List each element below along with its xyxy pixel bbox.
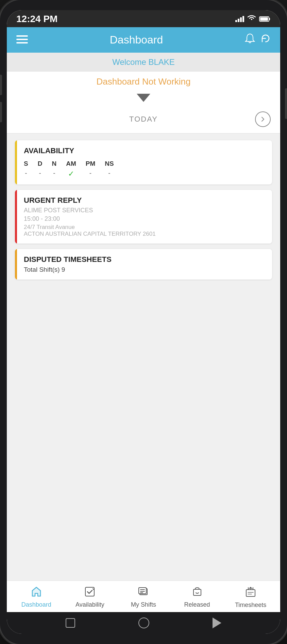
android-home-button[interactable]	[138, 618, 149, 628]
avail-header-n: N	[52, 160, 56, 167]
availability-grid: S - D - N - AM ✓	[24, 160, 265, 178]
avail-col-n: N -	[52, 160, 56, 178]
myshifts-nav-label: My Shifts	[131, 601, 156, 608]
collapse-arrow-icon[interactable]	[137, 94, 150, 102]
nav-item-availability[interactable]: Availability	[73, 586, 107, 608]
disputed-timesheets-title: DISPUTED TIMESHEETS	[24, 255, 265, 264]
battery-icon	[259, 16, 271, 22]
svg-rect-1	[269, 18, 270, 20]
avail-col-d: D -	[38, 160, 43, 178]
nav-item-timesheets[interactable]: Timesheets	[234, 586, 268, 609]
svg-rect-4	[16, 39, 28, 40]
status-bar: 12:24 PM	[7, 10, 280, 27]
urgent-reply-body: URGENT REPLY ALIME POST SERVICES 15:00 -…	[17, 190, 272, 244]
avail-col-s: S -	[24, 160, 28, 178]
header-title: Dashboard	[110, 34, 163, 46]
urgent-reply-card[interactable]: URGENT REPLY ALIME POST SERVICES 15:00 -…	[15, 190, 272, 244]
nav-item-released[interactable]: Released	[180, 586, 214, 608]
status-time: 12:24 PM	[16, 14, 57, 24]
avail-col-am: AM ✓	[66, 160, 76, 178]
date-nav-container: TODAY	[7, 92, 280, 133]
avail-val-s: -	[25, 169, 27, 177]
android-back-button[interactable]	[213, 618, 221, 628]
signal-icon	[235, 16, 244, 22]
urgent-reply-time: 15:00 - 23:00	[24, 215, 265, 222]
avail-col-pm: PM -	[86, 160, 96, 178]
urgent-reply-address1: 24/7 Transit Avanue	[24, 224, 265, 231]
avail-val-pm: -	[89, 169, 91, 177]
nav-item-dashboard[interactable]: Dashboard	[19, 586, 53, 608]
urgent-reply-address2: ACTON AUSTRALIAN CAPITAL TERRITORY 2601	[24, 231, 265, 237]
android-recents-button[interactable]	[66, 618, 75, 628]
bottom-nav: Dashboard Availability	[7, 580, 280, 612]
date-label: TODAY	[129, 115, 158, 124]
disputed-timesheets-body: DISPUTED TIMESHEETS Total Shift(s) 9	[17, 249, 272, 280]
main-content: AVAILABILITY S - D - N -	[7, 133, 280, 580]
avail-col-ns: NS -	[105, 160, 114, 178]
notification-icon[interactable]	[245, 33, 255, 47]
urgent-reply-title: URGENT REPLY	[24, 196, 265, 205]
timesheets-nav-icon	[245, 586, 256, 600]
svg-rect-5	[16, 42, 28, 43]
date-nav: TODAY	[7, 107, 280, 133]
avail-header-s: S	[24, 160, 28, 167]
menu-icon[interactable]	[16, 35, 28, 45]
avail-val-n: -	[53, 169, 55, 177]
avail-val-ns: -	[108, 169, 110, 177]
availability-nav-icon	[84, 586, 96, 599]
avail-check-am: ✓	[68, 169, 74, 178]
avail-header-pm: PM	[86, 160, 96, 167]
svg-rect-13	[246, 590, 255, 596]
availability-card: AVAILABILITY S - D - N -	[15, 140, 272, 184]
disputed-timesheets-count: Total Shift(s) 9	[24, 266, 265, 273]
availability-title: AVAILABILITY	[24, 146, 265, 155]
dashboard-nav-label: Dashboard	[21, 601, 51, 608]
avail-val-d: -	[39, 169, 41, 177]
header-actions	[245, 33, 271, 47]
released-nav-label: Released	[184, 601, 210, 608]
svg-rect-3	[16, 35, 28, 37]
availability-nav-label: Availability	[75, 601, 104, 608]
dashboard-error-text: Dashboard Not Working	[97, 76, 191, 87]
avail-header-ns: NS	[105, 160, 114, 167]
refresh-icon[interactable]	[260, 33, 271, 47]
nav-item-myshifts[interactable]: My Shifts	[126, 586, 161, 608]
wifi-icon	[247, 15, 256, 23]
avail-header-am: AM	[66, 160, 76, 167]
android-nav	[7, 612, 280, 634]
myshifts-nav-icon	[138, 586, 149, 599]
svg-rect-2	[260, 17, 268, 21]
dashboard-error-bar: Dashboard Not Working	[7, 72, 280, 92]
availability-card-body: AVAILABILITY S - D - N -	[17, 140, 272, 184]
welcome-text: Welcome BLAKE	[112, 57, 175, 67]
status-icons	[235, 15, 271, 23]
welcome-bar: Welcome BLAKE	[7, 53, 280, 72]
released-nav-icon	[191, 586, 203, 599]
avail-header-d: D	[38, 160, 43, 167]
urgent-reply-company: ALIME POST SERVICES	[24, 207, 265, 214]
timesheets-nav-label: Timesheets	[235, 602, 266, 609]
dashboard-nav-icon	[31, 586, 42, 599]
app-header: Dashboard	[7, 27, 280, 53]
next-date-button[interactable]	[255, 111, 271, 127]
svg-rect-12	[193, 589, 201, 595]
disputed-timesheets-card[interactable]: DISPUTED TIMESHEETS Total Shift(s) 9	[15, 249, 272, 280]
